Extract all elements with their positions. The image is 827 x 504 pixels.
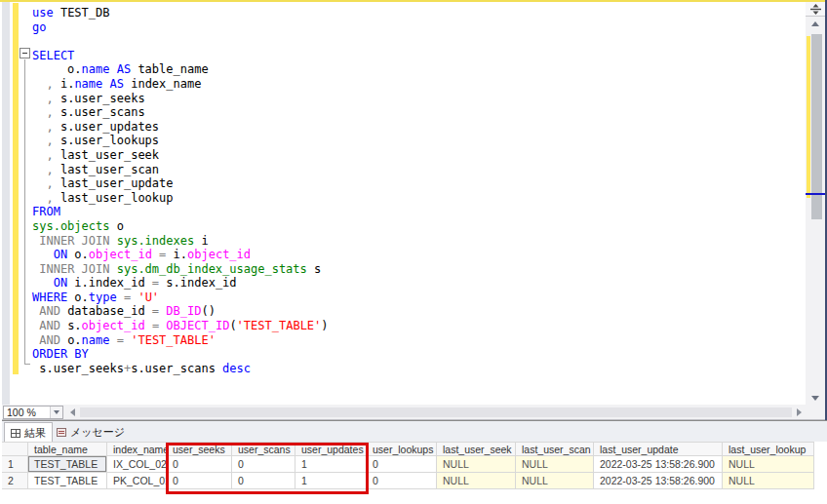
- column-header-index_name[interactable]: index_name: [107, 442, 167, 456]
- grid-cell[interactable]: 0: [167, 456, 232, 473]
- grid-cell[interactable]: 0: [232, 473, 295, 489]
- code-line: ON i.index_id = s.index_id: [32, 276, 329, 291]
- code-text[interactable]: use TEST_DBgo SELECT o.name AS table_nam…: [32, 6, 329, 375]
- code-line: , i.name AS index_name: [32, 77, 329, 92]
- split-editor-icon: [810, 4, 821, 15]
- code-line: INNER JOIN sys.indexes i: [32, 234, 329, 249]
- code-line: , last_user_seek: [32, 148, 329, 163]
- zoom-level-value: 100 %: [4, 407, 50, 418]
- code-line: SELECT: [32, 49, 329, 63]
- scrollbar-track[interactable]: [806, 30, 825, 391]
- collapse-toggle-icon[interactable]: [20, 48, 30, 58]
- scrollbar-thumb[interactable]: [811, 34, 822, 219]
- grid-header-row: table_nameindex_nameuser_seeksuser_scans…: [2, 442, 827, 456]
- code-line: o.name AS table_name: [32, 62, 329, 77]
- code-line: [32, 34, 329, 49]
- code-line: , s.user_updates: [32, 120, 329, 135]
- scroll-down-button[interactable]: [806, 391, 825, 405]
- change-tracking-bar: [13, 3, 19, 374]
- grid-corner-cell[interactable]: [2, 442, 28, 456]
- grid-cell[interactable]: TEST_TABLE: [28, 456, 107, 473]
- scroll-change-annotation: [807, 36, 810, 198]
- row-header[interactable]: 1: [2, 456, 28, 473]
- column-header-user_seeks[interactable]: user_seeks: [167, 442, 232, 456]
- grid-cell[interactable]: NULL: [437, 473, 516, 489]
- grid-cell[interactable]: PK_COL_01: [107, 473, 167, 489]
- outline-region-end: [24, 364, 30, 365]
- grid-cell[interactable]: NULL: [723, 456, 814, 473]
- messages-icon: [57, 428, 66, 437]
- row-header[interactable]: 2: [2, 473, 28, 489]
- column-header-table_name[interactable]: table_name: [28, 442, 107, 456]
- code-line: go: [32, 20, 329, 35]
- code-line: INNER JOIN sys.dm_db_index_usage_stats s: [32, 262, 329, 277]
- code-line: AND s.object_id = OBJECT_ID('TEST_TABLE'…: [32, 319, 329, 333]
- column-header-user_updates[interactable]: user_updates: [295, 442, 367, 456]
- scroll-left-icon: [70, 408, 75, 416]
- code-line: AND database_id = DB_ID(): [32, 304, 329, 319]
- outline-region-line: [24, 59, 25, 365]
- column-header-last_user_lookup[interactable]: last_user_lookup: [723, 442, 814, 456]
- code-line: ORDER BY: [32, 347, 329, 362]
- code-line: s.user_seeks+s.user_scans desc: [32, 362, 329, 376]
- grid-cell[interactable]: NULL: [437, 456, 516, 473]
- code-line: , last_user_update: [32, 176, 329, 191]
- grid-cell[interactable]: TEST_TABLE: [28, 473, 107, 489]
- column-header-last_user_seek[interactable]: last_user_seek: [437, 442, 516, 456]
- results-grid-icon: [11, 429, 20, 438]
- column-header-last_user_update[interactable]: last_user_update: [594, 442, 723, 456]
- indicator-margin: [2, 2, 10, 405]
- grid-cell[interactable]: 2022-03-25 13:58:26.900: [594, 473, 723, 489]
- horizontal-scrollbar[interactable]: [66, 406, 806, 419]
- grid-cell[interactable]: 0: [232, 456, 295, 473]
- scroll-up-button[interactable]: [806, 17, 825, 30]
- table-row: 2TEST_TABLEPK_COL_010010NULLNULL2022-03-…: [2, 473, 827, 489]
- scroll-up-icon: [811, 21, 819, 26]
- column-header-user_scans[interactable]: user_scans: [232, 442, 295, 456]
- tab-results[interactable]: 結果: [4, 422, 53, 443]
- editor-bottom-strip: 100 %: [2, 405, 825, 420]
- code-line: WHERE o.type = 'U': [32, 291, 329, 305]
- zoom-select[interactable]: 100 %: [3, 406, 63, 419]
- code-line: ON o.object_id = i.object_id: [32, 248, 329, 262]
- results-tab-bar: 結果 メッセージ: [2, 420, 827, 442]
- caret-position-marker: [806, 193, 825, 195]
- grid-cell[interactable]: IX_COL_02: [107, 456, 167, 473]
- query-editor-window: use TEST_DBgo SELECT o.name AS table_nam…: [0, 0, 827, 504]
- grid-cell[interactable]: 1: [295, 456, 367, 473]
- code-line: FROM: [32, 205, 329, 219]
- table-row: 1TEST_TABLEIX_COL_020010NULLNULL2022-03-…: [2, 456, 827, 473]
- zoom-dropdown-button[interactable]: [50, 407, 62, 418]
- code-line: , last_user_scan: [32, 163, 329, 177]
- sql-editor[interactable]: use TEST_DBgo SELECT o.name AS table_nam…: [2, 2, 806, 405]
- scroll-right-button[interactable]: [793, 406, 806, 419]
- hscrollbar-thumb[interactable]: [80, 407, 792, 417]
- scroll-right-icon: [797, 408, 802, 416]
- code-line: sys.objects o: [32, 219, 329, 234]
- split-editor-handle[interactable]: [806, 2, 825, 17]
- grid-cell[interactable]: 0: [167, 473, 232, 489]
- grid-body: 1TEST_TABLEIX_COL_020010NULLNULL2022-03-…: [2, 456, 827, 489]
- grid-cell[interactable]: NULL: [723, 473, 814, 489]
- code-line: , s.user_lookups: [32, 134, 329, 148]
- code-line: , last_user_lookup: [32, 191, 329, 206]
- grid-cell[interactable]: 2022-03-25 13:58:26.900: [594, 456, 723, 473]
- grid-cell[interactable]: NULL: [516, 456, 594, 473]
- results-grid[interactable]: table_nameindex_nameuser_seeksuser_scans…: [2, 442, 827, 504]
- tab-messages-label: メッセージ: [70, 425, 125, 440]
- tab-messages[interactable]: メッセージ: [51, 422, 131, 443]
- code-line: , s.user_seeks: [32, 92, 329, 106]
- grid-cell[interactable]: 0: [367, 456, 437, 473]
- grid-cell[interactable]: NULL: [516, 473, 594, 489]
- tab-results-label: 結果: [24, 426, 46, 441]
- column-header-last_user_scan[interactable]: last_user_scan: [516, 442, 594, 456]
- grid-cell[interactable]: 0: [367, 473, 437, 489]
- vertical-scrollbar[interactable]: [806, 2, 825, 405]
- scroll-left-button[interactable]: [66, 406, 79, 419]
- code-line: use TEST_DB: [32, 6, 329, 20]
- dropdown-arrow-icon: [54, 410, 59, 414]
- column-header-user_lookups[interactable]: user_lookups: [367, 442, 437, 456]
- grid-cell[interactable]: 1: [295, 473, 367, 489]
- scroll-down-icon: [811, 396, 819, 401]
- code-line: AND o.name = 'TEST_TABLE': [32, 333, 329, 348]
